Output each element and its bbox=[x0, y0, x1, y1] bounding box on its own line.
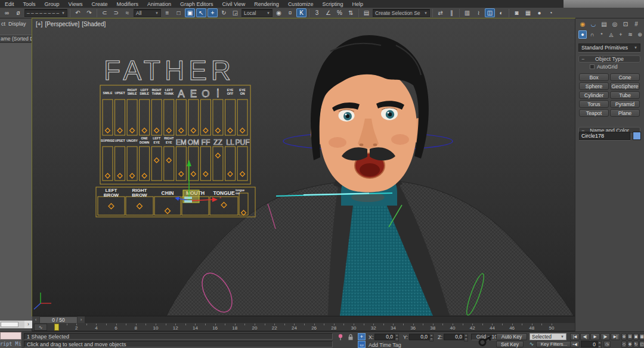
pan-view-icon[interactable]: ✥ bbox=[627, 341, 633, 348]
play-animation-icon[interactable]: ▶ bbox=[590, 333, 600, 340]
slider-diamond[interactable] bbox=[240, 128, 245, 133]
primitive-cone-button[interactable]: Cone bbox=[610, 73, 640, 81]
slider-diamond[interactable] bbox=[137, 204, 143, 209]
select-and-link-icon[interactable]: ∞ bbox=[2, 8, 12, 17]
primitive-pyramid-button[interactable]: Pyramid bbox=[610, 100, 640, 108]
schematic-view-icon[interactable]: ◫ bbox=[485, 8, 495, 17]
angle-snap-icon[interactable]: ∠ bbox=[323, 8, 333, 17]
maxscript-listener[interactable]: ript Mi bbox=[0, 340, 21, 348]
scene-explorer-column-header[interactable]: ame (Sorted Desce bbox=[0, 35, 32, 43]
board-track[interactable] bbox=[225, 147, 236, 181]
subtab-helpers[interactable]: + bbox=[617, 30, 625, 39]
board-track[interactable] bbox=[225, 100, 236, 135]
slider-diamond[interactable] bbox=[154, 128, 159, 133]
trackbar-ruler[interactable]: 2468101214161820222426283032343638404244… bbox=[32, 323, 575, 331]
slider-diamond[interactable] bbox=[228, 128, 233, 133]
board-track[interactable] bbox=[151, 100, 162, 135]
tab-hierarchy[interactable]: ▤ bbox=[599, 20, 609, 29]
slider-diamond[interactable] bbox=[179, 172, 184, 176]
set-key-button[interactable]: Set Key bbox=[496, 341, 524, 347]
menu-animation[interactable]: Animation bbox=[147, 1, 171, 7]
selection-filter-dropdown[interactable]: All▼ bbox=[134, 9, 161, 17]
primitives-category-dropdown[interactable]: Standard Primitives ▼ bbox=[578, 44, 640, 52]
time-tag-icon[interactable]: ▭ bbox=[358, 341, 366, 348]
z-coord-field[interactable]: 0,0 bbox=[444, 334, 464, 340]
slider-diamond[interactable] bbox=[179, 128, 184, 133]
menu-help[interactable]: Help bbox=[352, 1, 363, 7]
viewport-menu-general[interactable]: [+] bbox=[36, 21, 42, 27]
board-track[interactable] bbox=[103, 147, 113, 181]
select-and-rotate-icon[interactable]: ↻ bbox=[219, 8, 229, 17]
tab-create[interactable]: ◉ bbox=[578, 20, 587, 29]
scene-explorer-menu-display[interactable]: Display bbox=[8, 21, 26, 27]
board-track[interactable] bbox=[115, 147, 125, 181]
toolbar-dashed-dropdown[interactable]: – – – – – – – –▼ bbox=[24, 9, 67, 17]
unlink-icon[interactable]: ⊃ bbox=[111, 8, 121, 17]
menu-edit[interactable]: Edit bbox=[5, 1, 14, 7]
board-track[interactable] bbox=[176, 100, 186, 135]
edit-named-selection-sets-icon[interactable]: ▤ bbox=[361, 8, 371, 17]
zoom-icon[interactable]: ⊕ bbox=[621, 333, 627, 340]
rendered-frame-window-icon[interactable]: ▦ bbox=[523, 8, 533, 17]
field-of-view-icon[interactable]: ◇ bbox=[621, 341, 627, 348]
add-time-tag-label[interactable]: Add Time Tag bbox=[369, 342, 401, 348]
material-editor-icon[interactable]: ◐ bbox=[496, 8, 506, 17]
board-track[interactable] bbox=[140, 147, 150, 181]
primitive-box-button[interactable]: Box bbox=[579, 73, 609, 81]
quick-render-icon[interactable]: ◔ bbox=[546, 8, 556, 17]
slider-diamond[interactable] bbox=[240, 172, 245, 176]
primitive-sphere-button[interactable]: Sphere bbox=[579, 82, 609, 90]
board-track[interactable] bbox=[140, 100, 150, 135]
unlink-selection-icon[interactable]: ø bbox=[13, 8, 23, 17]
selection-region-icon[interactable]: □ bbox=[174, 8, 184, 17]
current-frame-field[interactable]: 0 bbox=[581, 341, 597, 347]
zoom-extents-all-icon[interactable]: ▦ bbox=[639, 333, 644, 340]
go-to-end-icon[interactable]: ▶| bbox=[611, 333, 620, 340]
board-track[interactable] bbox=[164, 100, 174, 135]
tab-utilities[interactable]: # bbox=[631, 20, 641, 29]
slider-diamond[interactable] bbox=[191, 128, 196, 133]
board-track[interactable] bbox=[115, 100, 125, 135]
use-pivot-center-icon[interactable]: ◉ bbox=[274, 8, 284, 17]
named-selection-sets-dropdown[interactable]: Create Selection Se▼ bbox=[373, 9, 430, 17]
primitive-geosphere-button[interactable]: GeoSphere bbox=[610, 82, 640, 90]
snaps-toggle-icon[interactable]: 3 bbox=[312, 8, 322, 17]
slider-diamond[interactable] bbox=[154, 158, 159, 163]
viewport-canvas[interactable]: FATHER SMILEUPSETRIGHTSMILELEFTSMILERIGH… bbox=[32, 18, 575, 316]
primitive-torus-button[interactable]: Torus bbox=[579, 100, 609, 108]
slider-diamond[interactable] bbox=[165, 209, 171, 214]
frame-spinner[interactable]: ▲▼ bbox=[597, 341, 602, 348]
primitive-plane-button[interactable]: Plane bbox=[610, 109, 640, 117]
go-to-start-icon[interactable]: |◀ bbox=[570, 333, 580, 340]
slider-diamond[interactable] bbox=[221, 203, 227, 208]
orbit-icon[interactable]: ↻ bbox=[633, 341, 639, 348]
rollout-object-type[interactable]: − Object Type bbox=[578, 55, 640, 63]
tab-modify[interactable]: ◡ bbox=[589, 20, 598, 29]
menu-graph-editors[interactable]: Graph Editors bbox=[180, 1, 213, 7]
x-coord-field[interactable]: 0,0 bbox=[374, 334, 395, 340]
mirror-icon[interactable]: ⇄ bbox=[435, 8, 445, 17]
menu-create[interactable]: Create bbox=[91, 1, 107, 7]
subtab-space-warps[interactable]: ≋ bbox=[626, 30, 634, 39]
key-filters-button[interactable]: Key Filters... bbox=[536, 341, 572, 347]
object-name-input[interactable]: Circle178 bbox=[579, 132, 630, 140]
curve-editor-icon[interactable]: ≀ bbox=[473, 8, 484, 17]
autogrid-checkbox[interactable] bbox=[590, 64, 595, 69]
select-by-name-icon[interactable]: ≡ bbox=[162, 8, 172, 17]
board-track[interactable] bbox=[237, 147, 247, 181]
menu-modifiers[interactable]: Modifiers bbox=[116, 1, 138, 7]
slider-diamond[interactable] bbox=[106, 128, 110, 133]
select-object-icon[interactable]: ↖ bbox=[196, 8, 206, 17]
maximize-viewport-icon[interactable]: ◱ bbox=[639, 341, 644, 348]
slider-diamond[interactable] bbox=[191, 172, 196, 176]
slider-diamond[interactable] bbox=[203, 172, 208, 176]
slider-diamond[interactable] bbox=[142, 128, 147, 133]
board-track[interactable] bbox=[151, 147, 162, 181]
undo-icon[interactable]: ↶ bbox=[73, 8, 83, 17]
maxscript-listener-pink[interactable] bbox=[0, 332, 21, 340]
menu-civil-view[interactable]: Civil View bbox=[222, 1, 246, 7]
window-crossing-icon[interactable]: ▣ bbox=[185, 8, 195, 17]
scene-explorer-list[interactable] bbox=[0, 43, 32, 321]
key-set-dropdown[interactable]: Selected▼ bbox=[530, 333, 566, 340]
slider-diamond[interactable] bbox=[166, 128, 171, 133]
